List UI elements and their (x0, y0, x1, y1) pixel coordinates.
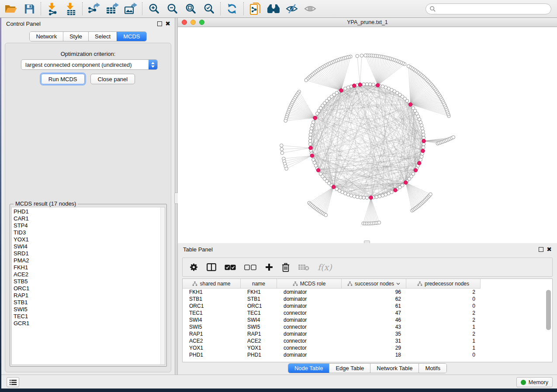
graph-nodes[interactable] (280, 54, 455, 225)
hide-graphics-details-button[interactable] (284, 1, 299, 16)
tab-edge-table[interactable]: Edge Table (329, 364, 370, 373)
float-panel-icon[interactable] (539, 247, 543, 252)
table-row[interactable]: YOX1YOX1connector291 (183, 344, 552, 351)
mcds-result-item[interactable]: ORC1 (14, 285, 159, 292)
table-cell-predecessor_nodes: 2 (406, 310, 481, 316)
open-file-button[interactable] (3, 1, 18, 16)
table-scrollbar[interactable] (546, 290, 551, 361)
tab-style[interactable]: Style (63, 32, 88, 41)
table-cell-name: PHD1 (241, 352, 277, 358)
table-row[interactable]: TEC1TEC1connector472 (183, 309, 552, 316)
node-table-body: FKH1FKH1dominator962STB1STB1dominator620… (183, 289, 552, 362)
close-panel-button[interactable]: Close panel (90, 74, 135, 84)
mcds-result-item[interactable]: SWI5 (14, 306, 159, 313)
mcds-result-list[interactable]: PHD1CAR1STP4TID3YOX1SWI4SRD1PMA2FKH1ACE2… (11, 207, 165, 365)
run-mcds-button[interactable]: Run MCDS (41, 74, 85, 84)
column-header-MCDS-role[interactable]: MCDS role (277, 279, 342, 289)
mcds-result-item[interactable]: STB1 (14, 299, 159, 306)
close-panel-icon[interactable]: ✖ (165, 21, 170, 26)
export-network-button[interactable] (86, 1, 101, 16)
table-cell-shared_name: ACE2 (183, 338, 241, 344)
mcds-result-item[interactable]: PMA2 (14, 257, 159, 264)
mcds-result-item[interactable]: GCR1 (14, 320, 159, 327)
function-builder-icon[interactable]: f(x) (318, 262, 332, 272)
column-header-shared-name[interactable]: shared name (183, 279, 241, 289)
mcds-result-item[interactable]: FKH1 (14, 264, 159, 271)
table-cell-name: ACE2 (241, 338, 277, 344)
task-history-button[interactable] (7, 377, 19, 387)
mcds-result-item[interactable]: SWI4 (14, 243, 159, 250)
zoom-fit-button[interactable] (183, 1, 198, 16)
memory-button[interactable]: Memory (516, 377, 553, 387)
import-table-button[interactable] (63, 1, 78, 16)
delete-columns-icon[interactable] (282, 263, 290, 272)
import-network-button[interactable] (45, 1, 60, 16)
add-column-icon[interactable] (265, 263, 273, 272)
select-all-checkboxes-icon[interactable] (225, 265, 236, 270)
mcds-result-item[interactable]: CAR1 (14, 215, 159, 222)
table-row[interactable]: ACE2ACE2connector311 (183, 337, 552, 344)
table-cell-mcds_role: connector (277, 338, 342, 344)
table-cell-name: SWI5 (241, 324, 277, 330)
deselect-all-checkboxes-icon[interactable] (244, 265, 256, 270)
delete-table-icon[interactable] (298, 264, 309, 271)
mcds-result-item[interactable]: STB5 (14, 278, 159, 285)
tab-network-table[interactable]: Network Table (370, 364, 419, 373)
zoom-selected-button[interactable] (201, 1, 216, 16)
mcds-result-item[interactable]: YOX1 (14, 236, 159, 243)
mcds-list-scrollbar[interactable] (160, 207, 165, 364)
tab-network[interactable]: Network (30, 32, 63, 41)
import-table-icon (65, 2, 77, 15)
mcds-result-item[interactable]: ACE2 (14, 271, 159, 278)
table-cell-successor_nodes: 43 (342, 324, 406, 330)
tab-motifs[interactable]: Motifs (419, 364, 446, 373)
network-canvas[interactable] (178, 27, 557, 243)
table-row[interactable]: FKH1FKH1dominator962 (183, 289, 552, 296)
mcds-result-item[interactable]: SRD1 (14, 250, 159, 257)
optimization-criterion-dropdown[interactable]: largest connected component (undirected) (21, 59, 158, 70)
float-panel-icon[interactable] (157, 21, 162, 26)
export-image-button[interactable] (123, 1, 138, 16)
mcds-result-item[interactable]: STP4 (14, 222, 159, 229)
search-binoculars-icon (266, 3, 280, 14)
column-header-predecessor-nodes[interactable]: predecessor nodes (406, 279, 481, 289)
mcds-result-item[interactable]: TID3 (14, 229, 159, 236)
table-row[interactable]: ORC1ORC1dominator610 (183, 303, 552, 309)
search-input[interactable] (436, 5, 551, 14)
export-table-button[interactable] (105, 1, 120, 16)
save-session-button[interactable] (22, 1, 37, 16)
tab-select[interactable]: Select (88, 32, 117, 41)
column-type-icon (293, 281, 298, 286)
table-row[interactable]: PHD1PHD1dominator180 (183, 351, 552, 358)
table-cell-shared_name: YOX1 (183, 345, 241, 351)
table-row[interactable]: SWI4SWI4dominator462 (183, 316, 552, 323)
export-network-icon (87, 3, 100, 15)
import-network-icon (47, 2, 59, 15)
column-settings-gear-icon[interactable] (190, 263, 198, 272)
search-box[interactable] (426, 3, 551, 14)
mcds-result-item[interactable]: PHD1 (14, 208, 159, 215)
column-header-successor-nodes[interactable]: successor nodes (342, 279, 406, 289)
network-graph[interactable] (178, 27, 557, 243)
refresh-button[interactable] (225, 1, 239, 16)
zoom-in-button[interactable] (146, 1, 161, 16)
table-cell-name: FKH1 (241, 289, 277, 295)
zoom-out-button[interactable] (165, 1, 180, 16)
toolbar-separator (243, 2, 244, 15)
hide-graphics-details-icon (285, 3, 298, 14)
table-row[interactable]: STB1STB1dominator620 (183, 296, 552, 303)
close-panel-icon[interactable]: ✖ (547, 247, 552, 252)
table-cell-predecessor_nodes: 0 (406, 352, 481, 358)
mcds-result-item[interactable]: RAP1 (14, 292, 159, 299)
search-binoculars-button[interactable] (266, 1, 281, 16)
table-scrollbar-thumb[interactable] (546, 290, 551, 330)
split-table-icon[interactable] (207, 263, 216, 271)
table-row[interactable]: RAP1RAP1dominator352 (183, 330, 552, 337)
network-documents-button[interactable] (248, 1, 263, 16)
mcds-result-item[interactable]: TEC1 (14, 313, 159, 320)
tab-node-table[interactable]: Node Table (288, 364, 329, 373)
column-header-name[interactable]: name (241, 279, 277, 289)
table-row[interactable]: SWI5SWI5connector431 (183, 323, 552, 330)
tab-mcds[interactable]: MCDS (117, 32, 146, 41)
show-graphics-details-button[interactable] (303, 1, 318, 16)
